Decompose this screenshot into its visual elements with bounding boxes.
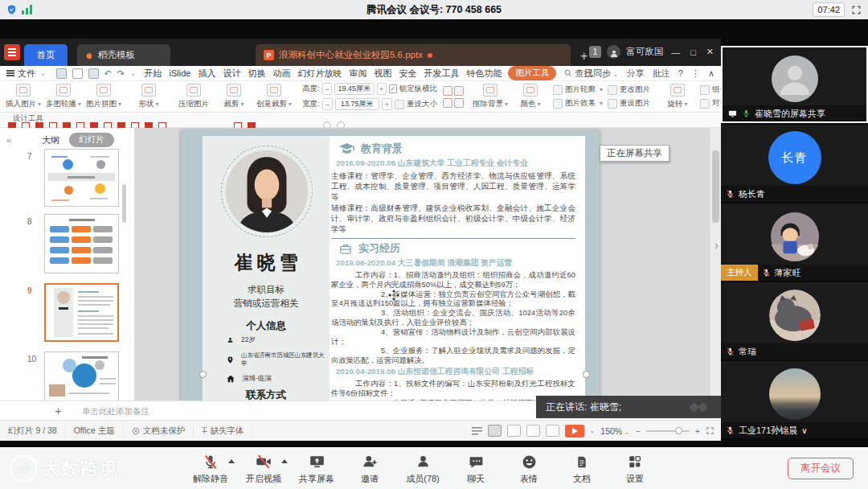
participant-tile[interactable]: 工业171孙锦晨 ∨	[721, 361, 868, 438]
notes-toggle-icon[interactable]	[472, 427, 482, 435]
account-name[interactable]: 富可敌国	[626, 46, 663, 58]
participant-tile-screen-share[interactable]: 崔晓雪的屏幕共享	[721, 46, 868, 123]
change-picture-button[interactable]: 更改图片	[608, 84, 650, 95]
invite-button[interactable]: 邀请	[349, 452, 391, 485]
window-close-button[interactable]: ✕	[704, 47, 716, 57]
zoom-level[interactable]: 150%	[600, 426, 629, 436]
slide-thumbnail-8[interactable]	[44, 214, 119, 273]
sync-status[interactable]: 已同步	[584, 68, 619, 80]
docs-button[interactable]: 文档	[561, 452, 603, 485]
redo-icon[interactable]: ↷	[117, 68, 125, 79]
participant-tile-host[interactable]: 主持人 薄家旺	[721, 203, 868, 281]
slides-tab[interactable]: 幻灯片	[69, 133, 114, 147]
collapse-ribbon-icon[interactable]: ∧	[708, 68, 714, 79]
zoom-out-button[interactable]: −	[636, 426, 641, 436]
reset-picture-button[interactable]: 重设图片	[608, 98, 650, 109]
participant-expand-chevron[interactable]: ∨	[801, 426, 807, 435]
menu-transition[interactable]: 切换	[248, 68, 265, 80]
quick-access-caret-icon[interactable]: ⌄	[130, 69, 137, 77]
theme-indicator[interactable]: Office 主题	[66, 425, 124, 437]
slide-canvas-resume[interactable]: 崔晓雪 求职目标 营销或运营相关 个人信息 22岁	[181, 129, 600, 401]
menu-islide[interactable]: iSlide	[170, 68, 191, 78]
unmute-button[interactable]: 解除静音	[190, 452, 231, 485]
menu-animation[interactable]: 动画	[272, 68, 290, 80]
slide-thumbnail-9-current[interactable]	[44, 283, 119, 342]
lock-aspect-ratio-checkbox[interactable]	[389, 84, 397, 93]
outline-tab[interactable]: 大纲	[42, 134, 59, 146]
selection-handle-left[interactable]	[199, 371, 207, 378]
window-maximize-button[interactable]: □	[688, 47, 698, 57]
save-icon[interactable]	[56, 68, 67, 79]
width-decrease-button[interactable]: −	[322, 98, 333, 110]
menu-start[interactable]: 开始	[145, 68, 162, 80]
color-button[interactable]: 颜色	[510, 82, 551, 111]
fit-slide-icon[interactable]	[706, 426, 714, 435]
picture-collage-button[interactable]: 图片拼图	[84, 82, 124, 111]
slide-thumbnail-10[interactable]	[44, 351, 119, 401]
width-increase-button[interactable]: +	[382, 98, 392, 110]
group-button[interactable]: 组合	[700, 84, 721, 95]
participant-tile[interactable]: 常瑞	[721, 282, 868, 360]
rotate-button[interactable]: 旋转	[657, 82, 698, 111]
settings-button[interactable]: 设置	[614, 452, 656, 485]
selection-handle-right[interactable]	[583, 371, 590, 378]
zoom-slider[interactable]	[646, 430, 690, 432]
print-preview-icon[interactable]	[88, 68, 99, 79]
master-view-button[interactable]	[546, 425, 559, 437]
height-value-field[interactable]: 19.45厘米	[334, 83, 375, 95]
height-increase-button[interactable]: +	[377, 83, 387, 95]
slide-sorter-view-button[interactable]	[507, 425, 521, 437]
rotate-flip-mini-buttons[interactable]	[440, 82, 465, 111]
picture-outline-button[interactable]: 图片轮廓	[553, 84, 603, 95]
wps-logo-button[interactable]	[4, 44, 20, 60]
zoom-in-button[interactable]: +	[695, 426, 700, 436]
help-button[interactable]: ?	[678, 68, 683, 78]
remove-background-button[interactable]: 抠除背景	[470, 82, 510, 111]
canvas-vertical-scrollbar[interactable]: ›	[710, 128, 721, 401]
window-minimize-button[interactable]: —	[669, 47, 682, 57]
notification-badge[interactable]: 1	[589, 46, 601, 58]
share-screen-button[interactable]: 共享屏幕	[296, 452, 338, 485]
start-video-button[interactable]: 开启视频	[243, 452, 285, 485]
reading-view-button[interactable]	[526, 425, 540, 437]
tab-docer-templates[interactable]: 稻壳模板	[77, 44, 170, 66]
creative-crop-button[interactable]: 创意裁剪	[254, 82, 294, 111]
multi-carousel-button[interactable]: 多图轮播	[43, 82, 84, 111]
members-button[interactable]: 成员(78)	[402, 452, 444, 485]
new-tab-button[interactable]: +	[580, 50, 588, 63]
insert-picture-button[interactable]: 插入图片	[3, 82, 43, 111]
menu-devtools[interactable]: 开发工具	[424, 68, 459, 80]
normal-view-button[interactable]	[488, 425, 502, 437]
chat-button[interactable]: 聊天	[455, 452, 497, 485]
slideshow-play-button[interactable]	[565, 425, 584, 438]
leave-meeting-button[interactable]: 离开会议	[788, 458, 854, 479]
add-slide-button[interactable]: +	[55, 404, 62, 417]
protection-indicator[interactable]: 文档未保护	[124, 425, 194, 437]
fullscreen-toggle-icon[interactable]	[851, 5, 862, 15]
menu-slideshow[interactable]: 幻灯片放映	[297, 68, 342, 80]
file-menu[interactable]: 文件	[6, 68, 47, 80]
slide-thumbnail-7[interactable]	[44, 149, 119, 207]
height-decrease-button[interactable]: −	[322, 83, 332, 95]
picture-tools-contextual-tab[interactable]: 图片工具	[508, 66, 556, 80]
share-button[interactable]: 分享	[627, 68, 645, 80]
next-slide-chevron-icon[interactable]: ›	[714, 239, 719, 252]
participant-tile[interactable]: 长青 杨长青	[721, 125, 868, 202]
menu-security[interactable]: 安全	[399, 68, 416, 80]
compress-picture-button[interactable]: 压缩图片	[174, 82, 214, 111]
play-options-caret-icon[interactable]: ⌄	[590, 427, 596, 434]
undo-icon[interactable]: ↶	[104, 68, 112, 79]
panel-collapse-button[interactable]: «	[6, 135, 11, 145]
tab-active-document[interactable]: P 浪潮科创中心就业创业校园5.6.pptx	[256, 44, 571, 66]
menu-features[interactable]: 特色功能	[466, 68, 502, 80]
picture-effects-button[interactable]: 图片效果	[553, 98, 603, 109]
menu-review[interactable]: 审阅	[349, 68, 366, 80]
more-menu-icon[interactable]: ⋮	[691, 68, 700, 79]
emoji-button[interactable]: 表情	[508, 452, 550, 485]
thumbnail-scrollbar[interactable]	[122, 184, 126, 223]
shapes-button[interactable]: 形状	[129, 82, 169, 111]
account-avatar[interactable]	[607, 45, 620, 59]
align-button[interactable]: 对齐	[700, 98, 721, 109]
crop-button[interactable]: 裁剪	[214, 82, 254, 111]
print-icon[interactable]	[72, 68, 83, 79]
